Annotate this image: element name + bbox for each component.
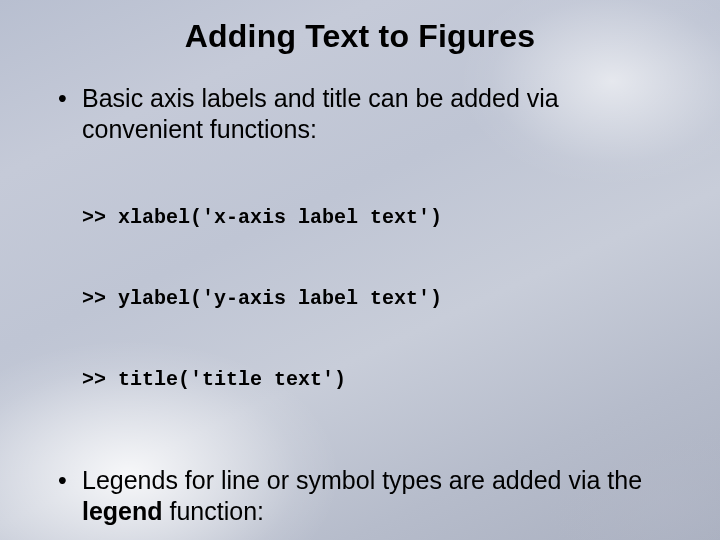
bullet-item: Legends for line or symbol types are add… — [58, 465, 680, 526]
code-line: >> xlabel('x-axis label text') — [82, 204, 680, 231]
slide-title: Adding Text to Figures — [40, 18, 680, 55]
bullet-list: Legends for line or symbol types are add… — [40, 465, 680, 526]
bullet-text-pre: Legends for line or symbol types are add… — [82, 466, 642, 494]
code-line: >> ylabel('y-axis label text') — [82, 285, 680, 312]
bullet-text: Basic axis labels and title can be added… — [82, 84, 559, 143]
code-line: >> title('title text') — [82, 366, 680, 393]
slide: Adding Text to Figures Basic axis labels… — [0, 0, 720, 540]
code-block: >> legend('line 1 caption', 'line 2 capt… — [82, 532, 680, 540]
code-block: >> xlabel('x-axis label text') >> ylabel… — [82, 150, 680, 447]
bullet-text-post: function: — [163, 497, 264, 525]
bullet-item: Basic axis labels and title can be added… — [58, 83, 680, 144]
bullet-text-bold: legend — [82, 497, 163, 525]
bullet-list: Basic axis labels and title can be added… — [40, 83, 680, 144]
